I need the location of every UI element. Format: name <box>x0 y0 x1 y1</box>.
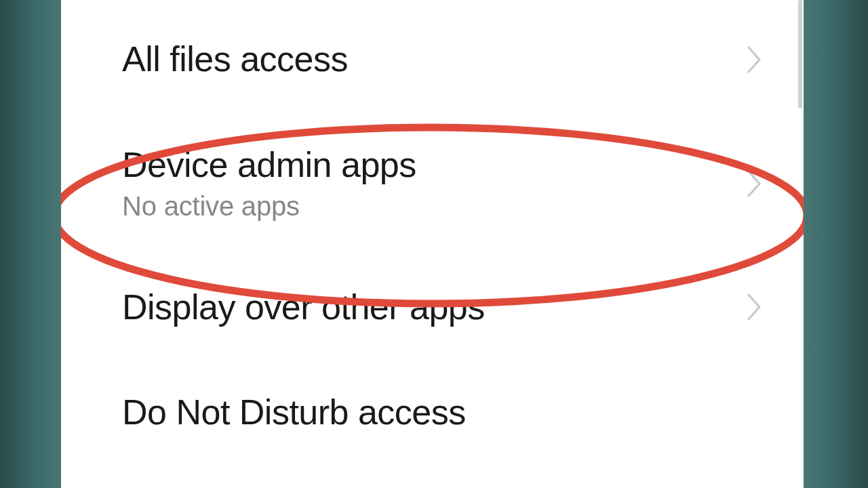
item-text: All files access <box>122 39 348 80</box>
scrollbar-thumb[interactable] <box>798 0 802 108</box>
item-title: Device admin apps <box>122 145 416 186</box>
settings-item-device-admin-apps[interactable]: Device admin apps No active apps <box>61 113 804 255</box>
chevron-right-icon <box>745 292 763 322</box>
settings-item-all-files-access[interactable]: All files access <box>61 7 804 113</box>
item-title: All files access <box>122 39 348 80</box>
scrollbar[interactable] <box>797 0 804 488</box>
item-title: Do Not Disturb access <box>122 392 466 433</box>
settings-list: All files access Device admin apps No ac… <box>61 0 804 433</box>
settings-item-do-not-disturb-access[interactable]: Do Not Disturb access <box>61 360 804 433</box>
chevron-right-icon <box>745 45 763 75</box>
item-text: Device admin apps No active apps <box>122 145 416 222</box>
item-text: Display over other apps <box>122 287 485 328</box>
backdrop-left <box>0 0 61 488</box>
chevron-right-icon <box>745 169 763 199</box>
settings-panel: All files access Device admin apps No ac… <box>61 0 804 488</box>
item-title: Display over other apps <box>122 287 485 328</box>
item-text: Do Not Disturb access <box>122 392 466 433</box>
settings-item-display-over-other-apps[interactable]: Display over other apps <box>61 255 804 361</box>
backdrop-right <box>804 0 868 488</box>
item-subtitle: No active apps <box>122 190 416 222</box>
